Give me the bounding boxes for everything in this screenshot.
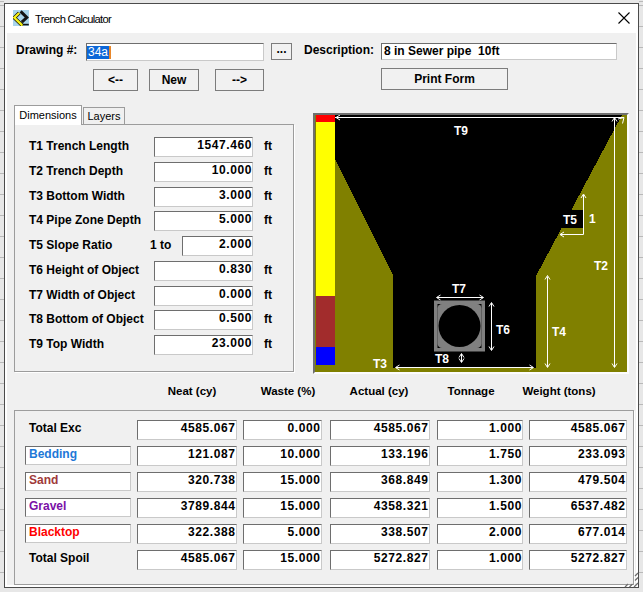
svg-text:T6: T6 xyxy=(496,323,510,337)
svg-text:1: 1 xyxy=(589,212,596,226)
svg-text:T7: T7 xyxy=(452,282,466,296)
svg-text:T5: T5 xyxy=(563,213,577,227)
svg-text:T8: T8 xyxy=(435,352,449,366)
svg-text:T3: T3 xyxy=(373,357,387,371)
svg-text:T9: T9 xyxy=(454,124,468,138)
svg-text:T4: T4 xyxy=(552,325,566,339)
svg-text:T2: T2 xyxy=(594,259,608,273)
